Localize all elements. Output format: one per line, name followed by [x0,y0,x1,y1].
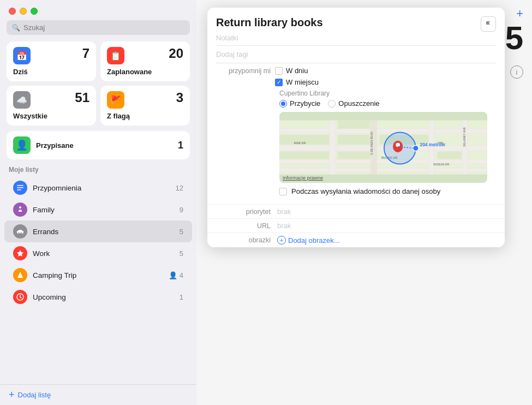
svg-rect-12 [329,120,336,174]
remind-date-row: przypomnij mi W dniu [216,67,496,75]
fullscreen-button[interactable] [31,8,38,15]
images-label: obrazki [216,236,271,244]
svg-rect-17 [338,135,370,145]
my-lists-header: Moje listy [0,166,196,177]
flag-button[interactable] [481,16,496,32]
sidebar-item-family[interactable]: Family 9 [4,199,192,221]
add-task-button[interactable]: + [516,8,523,20]
assigned-icon: 👤 [13,136,31,154]
close-button[interactable] [9,8,16,15]
all-count: 51 [75,90,89,105]
today-count: 7 [82,46,89,61]
flagged-icon: 🚩 [107,91,124,109]
search-bar[interactable]: 🔍 [7,20,190,35]
upcoming-list-name: Upcoming [33,293,174,301]
priority-value: brak [277,207,291,216]
date-checkbox[interactable] [275,67,283,75]
family-list-count: 9 [180,206,183,214]
svg-rect-22 [438,152,462,159]
remind-date-options: W dniu [275,67,308,75]
today-label: Dziś [13,68,89,76]
minimize-button[interactable] [20,8,27,15]
priority-row: priorytet brak [207,204,505,218]
camping-list-name: Camping Trip [33,271,163,279]
priority-label: priorytet [216,208,271,216]
camping-extras: 👤 4 [169,271,183,279]
reminders-icon [13,181,27,195]
map-legal[interactable]: Informacje prawne [283,175,323,181]
assigned-left: 👤 Przypisane [13,136,74,154]
flagged-count: 3 [176,90,183,105]
sidebar-item-reminders[interactable]: Przypomnienia 12 [4,177,192,199]
traffic-lights [0,0,196,20]
camping-icon [13,268,27,282]
person-icon: 👤 [169,271,177,279]
scheduled-count: 20 [169,46,183,61]
smart-card-scheduled[interactable]: 📋 20 Zaplanowane [100,41,190,81]
reminders-list-name: Przypomnienia [33,184,170,192]
reminders-list-count: 12 [176,184,183,192]
sidebar-item-work[interactable]: Work 5 [4,242,192,264]
svg-rect-0 [17,185,23,186]
map-container[interactable]: S DE ANZA BLVD RISE DR TOR... PACIFIC DR… [279,112,487,183]
detail-notes[interactable]: Notatki [207,32,505,45]
svg-rect-10 [279,160,487,164]
svg-rect-23 [338,120,370,128]
message-checkbox[interactable] [279,188,287,195]
work-list-count: 5 [180,249,183,258]
errands-icon [13,224,27,239]
arrival-row: Przybycie Opuszczenie [279,99,496,108]
errands-list-count: 5 [180,228,183,236]
all-label: Wszystkie [13,112,89,120]
tasks-count-large: 5 [505,22,523,55]
departure-option[interactable]: Opuszczenie [328,99,379,108]
remind-location-row: ✓ W miejscu [216,78,496,86]
remind-location-options: ✓ W miejscu [275,78,319,86]
info-icon: i [516,68,518,76]
info-button[interactable]: i [510,65,523,79]
location-checkbox[interactable]: ✓ [275,79,283,86]
departure-radio[interactable] [328,100,336,108]
today-icon: 📅 [13,47,31,64]
family-icon [13,202,27,217]
svg-point-33 [413,145,419,151]
detail-header: Return library books [207,8,505,32]
add-image-button[interactable]: + Dodaj obrazek... [277,236,340,245]
sidebar-lists: Moje listy Przypomnienia 12 Family 9 [0,166,196,384]
svg-text:S DE ANZA BLVD: S DE ANZA BLVD [370,132,373,155]
sidebar: 🔍 📅 7 Dziś 📋 20 Zaplanowane ☁️ 51 Wszyst… [0,0,196,405]
add-image-icon: + [277,236,286,245]
url-label: URL [216,222,271,230]
svg-rect-2 [17,189,21,190]
arrival-label: Przybycie [290,99,320,108]
upcoming-list-count: 1 [180,293,183,301]
svg-rect-20 [338,152,370,159]
arrival-radio[interactable] [279,100,287,108]
svg-text:SELANEY AVE: SELANEY AVE [463,127,466,147]
add-list-label: Dodaj listę [18,391,51,399]
svg-marker-3 [17,250,23,257]
upcoming-icon [13,290,27,304]
right-area: + 5 i Return library books Notatki Dodaj… [196,0,532,405]
svg-text:RISE DR: RISE DR [294,141,306,145]
message-text: Podczas wysyłania wiadomości do danej os… [291,187,440,195]
images-row: obrazki + Dodaj obrazek... [207,233,505,247]
add-list-button[interactable]: + Dodaj listę [0,384,196,405]
camping-list-count: 4 [180,271,183,279]
sidebar-item-upcoming[interactable]: Upcoming 1 [4,286,192,308]
url-value: brak [277,222,291,230]
assigned-card[interactable]: 👤 Przypisane 1 [7,131,190,159]
smart-card-flagged[interactable]: 🚩 3 Z flagą [100,86,190,126]
smart-card-today[interactable]: 📅 7 Dziś [7,41,96,81]
family-list-name: Family [33,206,174,214]
location-name: Cupertino Library [279,90,496,97]
detail-tags[interactable]: Dodaj tagi [207,46,505,63]
scheduled-label: Zaplanowane [107,68,183,76]
location-label: W miejscu [286,78,319,86]
search-input[interactable] [23,23,184,32]
arrival-option[interactable]: Przybycie [279,99,320,108]
sidebar-item-errands[interactable]: Errands 5 [4,221,192,242]
sidebar-item-camping[interactable]: Camping Trip 👤 4 [4,264,192,286]
smart-card-all[interactable]: ☁️ 51 Wszystkie [7,86,96,126]
smart-grid: 📅 7 Dziś 📋 20 Zaplanowane ☁️ 51 Wszystki… [0,41,196,131]
